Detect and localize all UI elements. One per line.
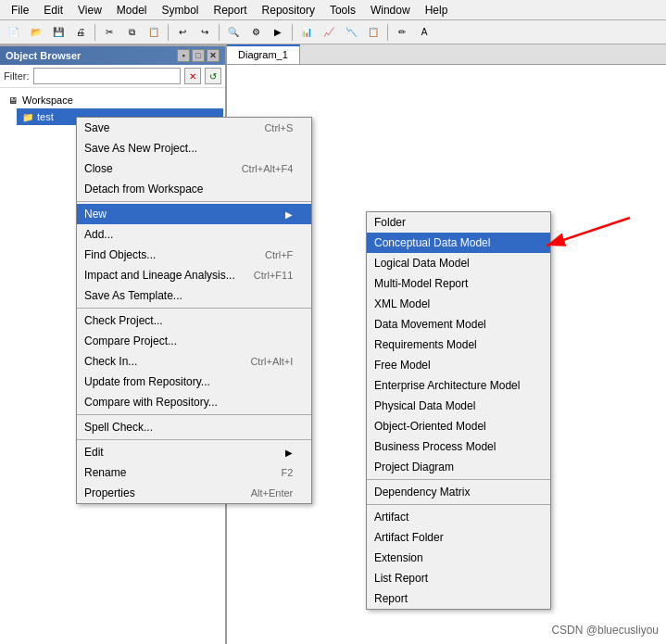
cm-sep2 <box>77 308 311 309</box>
sub-bpm[interactable]: Business Process Model <box>367 436 550 457</box>
toolbar-paste-btn[interactable]: 📋 <box>144 23 164 42</box>
filter-row: Filter: ✕ ↺ <box>0 65 225 88</box>
filter-label: Filter: <box>4 70 30 82</box>
cm-save-template[interactable]: Save As Template... <box>77 285 311 306</box>
menu-repository[interactable]: Repository <box>255 2 322 19</box>
sub-report[interactable]: Report <box>367 588 550 609</box>
cm-find-shortcut: Ctrl+F <box>265 249 293 260</box>
sub-project-diagram[interactable]: Project Diagram <box>367 457 550 477</box>
toolbar-new-btn[interactable]: 📄 <box>4 23 24 42</box>
cm-spell[interactable]: Spell Check... <box>77 417 311 437</box>
menu-window[interactable]: Window <box>363 2 418 19</box>
sub-logical-dm[interactable]: Logical Data Model <box>367 253 550 273</box>
diagram-tab-1[interactable]: Diagram_1 <box>227 44 300 64</box>
filter-refresh-btn[interactable]: ↺ <box>205 68 221 84</box>
toolbar-text-btn[interactable]: A <box>414 23 434 42</box>
toolbar-undo-btn[interactable]: ↩ <box>172 23 193 42</box>
sub-physical-dm[interactable]: Physical Data Model <box>367 396 550 416</box>
toolbar-btn9[interactable]: 🔍 <box>223 23 244 42</box>
menu-view[interactable]: View <box>70 2 109 19</box>
toolbar-btn15[interactable]: 📋 <box>363 23 383 42</box>
toolbar-open-btn[interactable]: 📂 <box>26 23 46 42</box>
toolbar-sep4 <box>292 24 293 41</box>
sub-oo-model[interactable]: Object-Oriented Model <box>367 416 550 436</box>
cm-find[interactable]: Find Objects... Ctrl+F <box>77 245 311 265</box>
cm-save[interactable]: Save Ctrl+S <box>77 118 311 138</box>
panel-pin-btn[interactable]: ▪ <box>177 49 190 62</box>
cm-check-project-label: Check Project... <box>84 314 163 327</box>
sub-requirements[interactable]: Requirements Model <box>367 335 550 355</box>
panel-close-btn[interactable]: ✕ <box>207 49 220 62</box>
panel-float-btn[interactable]: □ <box>192 49 205 62</box>
cm-new[interactable]: New ▶ <box>77 204 311 224</box>
cm-add[interactable]: Add... <box>77 224 311 245</box>
cm-check-in-label: Check In... <box>84 355 137 368</box>
tree-workspace[interactable]: 🖥 Workspace <box>2 92 223 108</box>
sub-multi-model[interactable]: Multi-Model Report <box>367 273 550 294</box>
cm-save-template-label: Save As Template... <box>84 289 182 302</box>
menu-symbol[interactable]: Symbol <box>155 2 207 19</box>
cm-detach[interactable]: Detach from Workspace <box>77 179 311 199</box>
toolbar-cut-btn[interactable]: ✂ <box>99 23 119 42</box>
cm-edit-label: Edit <box>84 446 104 459</box>
cm-impact-shortcut: Ctrl+F11 <box>254 270 294 281</box>
cm-impact[interactable]: Impact and Lineage Analysis... Ctrl+F11 <box>77 265 311 285</box>
cm-spell-label: Spell Check... <box>84 421 153 434</box>
sub-artifact[interactable]: Artifact <box>367 507 550 527</box>
diagram-tab-bar: Diagram_1 <box>227 44 666 65</box>
menu-help[interactable]: Help <box>418 2 456 19</box>
toolbar-btn13[interactable]: 📈 <box>319 23 339 42</box>
cm-check-project[interactable]: Check Project... <box>77 310 311 331</box>
menu-file[interactable]: File <box>4 2 36 19</box>
menu-tools[interactable]: Tools <box>322 2 363 19</box>
toolbar-sep2 <box>168 24 169 41</box>
toolbar-sep5 <box>387 24 388 41</box>
toolbar-save-btn[interactable]: 💾 <box>48 23 69 42</box>
cm-rename-shortcut: F2 <box>281 467 293 478</box>
menu-report[interactable]: Report <box>207 2 255 19</box>
sub-dependency-matrix[interactable]: Dependency Matrix <box>367 482 550 502</box>
menu-model[interactable]: Model <box>109 2 155 19</box>
toolbar-btn11[interactable]: ▶ <box>268 23 288 42</box>
cm-compare-repo[interactable]: Compare with Repository... <box>77 392 311 412</box>
cm-close[interactable]: Close Ctrl+Alt+F4 <box>77 158 311 179</box>
cm-compare-project-label: Compare Project... <box>84 335 177 347</box>
workspace-icon: 🖥 <box>6 93 20 107</box>
sub-artifact-folder[interactable]: Artifact Folder <box>367 527 550 548</box>
filter-input[interactable] <box>33 68 182 84</box>
cm-save-as-new[interactable]: Save As New Project... <box>77 138 311 158</box>
cm-rename[interactable]: Rename F2 <box>77 462 311 483</box>
panel-titlebar-buttons: ▪ □ ✕ <box>177 49 220 62</box>
cm-edit[interactable]: Edit ▶ <box>77 442 311 462</box>
sub-data-movement[interactable]: Data Movement Model <box>367 314 550 335</box>
toolbar-redo-btn[interactable]: ↪ <box>195 23 215 42</box>
sub-xml-model[interactable]: XML Model <box>367 294 550 314</box>
cm-close-label: Close <box>84 162 113 175</box>
cm-impact-label: Impact and Lineage Analysis... <box>84 269 235 282</box>
toolbar-btn4[interactable]: 🖨 <box>70 23 91 42</box>
toolbar-pen-btn[interactable]: ✏ <box>392 23 412 42</box>
context-menu: Save Ctrl+S Save As New Project... Close… <box>76 117 312 504</box>
sub-enterprise-arch[interactable]: Enterprise Architecture Model <box>367 375 550 396</box>
sub-list-report[interactable]: List Report <box>367 568 550 588</box>
panel-titlebar: Object Browser ▪ □ ✕ <box>0 46 225 65</box>
cm-properties[interactable]: Properties Alt+Enter <box>77 483 311 503</box>
toolbar-btn14[interactable]: 📉 <box>341 23 361 42</box>
toolbar-copy-btn[interactable]: ⧉ <box>121 23 142 42</box>
cm-properties-label: Properties <box>84 486 135 499</box>
cm-compare-repo-label: Compare with Repository... <box>84 396 218 409</box>
sub-extension[interactable]: Extension <box>367 548 550 568</box>
cm-check-in[interactable]: Check In... Ctrl+Alt+I <box>77 351 311 372</box>
toolbar-btn12[interactable]: 📊 <box>296 23 317 42</box>
sub-conceptual-dm[interactable]: Conceptual Data Model <box>367 233 550 253</box>
sub-folder[interactable]: Folder <box>367 212 550 233</box>
cm-compare-project[interactable]: Compare Project... <box>77 331 311 351</box>
sub-free-model[interactable]: Free Model <box>367 355 550 375</box>
menu-edit[interactable]: Edit <box>36 2 70 19</box>
cm-sep3 <box>77 414 311 415</box>
filter-clear-btn[interactable]: ✕ <box>184 68 201 84</box>
toolbar-btn10[interactable]: ⚙ <box>245 23 266 42</box>
cm-save-label: Save <box>84 121 109 134</box>
cm-properties-shortcut: Alt+Enter <box>251 487 294 499</box>
cm-update-repo[interactable]: Update from Repository... <box>77 372 311 392</box>
